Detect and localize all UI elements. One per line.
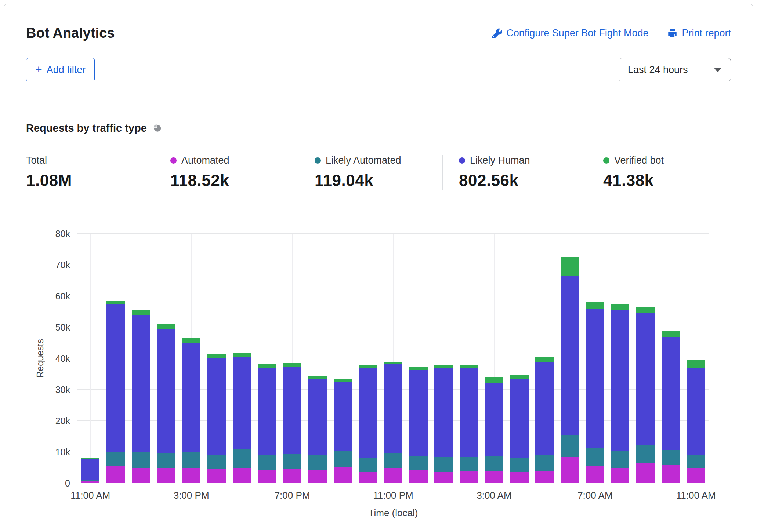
segment-likely-human[interactable] (434, 368, 453, 457)
bar-8[interactable] (283, 234, 301, 483)
segment-verified-bot[interactable] (485, 377, 503, 383)
bar-1[interactable] (106, 234, 125, 483)
bar-7[interactable] (258, 234, 276, 483)
segment-verified-bot[interactable] (434, 365, 453, 368)
segment-likely-automated[interactable] (384, 453, 402, 468)
segment-likely-human[interactable] (283, 367, 301, 454)
segment-likely-human[interactable] (233, 357, 251, 449)
segment-verified-bot[interactable] (460, 365, 478, 368)
segment-verified-bot[interactable] (687, 360, 705, 368)
segment-automated[interactable] (384, 468, 402, 483)
stat-likely-human[interactable]: Likely Human 802.56k (442, 155, 587, 190)
segment-likely-human[interactable] (207, 358, 226, 455)
bar-16[interactable] (485, 234, 503, 483)
segment-automated[interactable] (535, 471, 554, 483)
stat-automated[interactable]: Automated 118.52k (154, 155, 298, 190)
segment-verified-bot[interactable] (334, 379, 352, 382)
segment-automated[interactable] (207, 469, 226, 483)
segment-automated[interactable] (334, 467, 352, 483)
segment-likely-automated[interactable] (662, 450, 680, 465)
segment-likely-automated[interactable] (359, 458, 377, 472)
segment-automated[interactable] (485, 471, 503, 483)
add-filter-button[interactable]: + Add filter (26, 58, 95, 81)
bar-10[interactable] (334, 234, 352, 483)
segment-verified-bot[interactable] (258, 364, 276, 368)
bar-13[interactable] (409, 234, 428, 483)
segment-automated[interactable] (611, 468, 629, 483)
segment-likely-automated[interactable] (687, 455, 705, 469)
segment-automated[interactable] (687, 468, 705, 483)
segment-likely-automated[interactable] (106, 452, 125, 466)
bar-2[interactable] (132, 234, 150, 483)
segment-verified-bot[interactable] (283, 363, 301, 367)
segment-likely-automated[interactable] (409, 456, 428, 470)
segment-automated[interactable] (81, 481, 99, 483)
segment-likely-human[interactable] (157, 329, 175, 453)
segment-likely-automated[interactable] (308, 455, 327, 470)
segment-likely-human[interactable] (384, 364, 402, 453)
segment-likely-human[interactable] (687, 368, 705, 455)
segment-likely-automated[interactable] (132, 452, 150, 468)
segment-likely-automated[interactable] (535, 455, 554, 471)
segment-verified-bot[interactable] (535, 357, 554, 362)
segment-automated[interactable] (182, 468, 200, 484)
segment-verified-bot[interactable] (409, 367, 428, 370)
segment-automated[interactable] (561, 457, 579, 483)
bar-4[interactable] (182, 234, 200, 483)
segment-verified-bot[interactable] (510, 375, 529, 379)
bar-19[interactable] (561, 234, 579, 483)
segment-likely-automated[interactable] (334, 451, 352, 467)
segment-automated[interactable] (106, 466, 125, 483)
bar-12[interactable] (384, 234, 402, 483)
segment-likely-automated[interactable] (157, 453, 175, 467)
segment-verified-bot[interactable] (132, 310, 150, 315)
bar-14[interactable] (434, 234, 453, 483)
segment-verified-bot[interactable] (662, 331, 680, 337)
bar-17[interactable] (510, 234, 529, 483)
bar-3[interactable] (157, 234, 175, 483)
segment-verified-bot[interactable] (308, 376, 327, 379)
segment-likely-human[interactable] (636, 313, 655, 445)
bar-18[interactable] (535, 234, 554, 483)
segment-likely-automated[interactable] (561, 435, 579, 457)
segment-automated[interactable] (283, 469, 301, 483)
print-report-link[interactable]: Print report (667, 28, 731, 39)
segment-likely-human[interactable] (611, 310, 629, 451)
segment-likely-human[interactable] (308, 379, 327, 455)
segment-likely-automated[interactable] (611, 451, 629, 468)
segment-likely-automated[interactable] (460, 457, 478, 471)
segment-automated[interactable] (434, 472, 453, 483)
bar-15[interactable] (460, 234, 478, 483)
segment-likely-human[interactable] (485, 383, 503, 456)
segment-likely-automated[interactable] (182, 452, 200, 468)
bar-9[interactable] (308, 234, 327, 483)
stat-likely-automated[interactable]: Likely Automated 119.04k (298, 155, 442, 190)
segment-verified-bot[interactable] (561, 257, 579, 276)
segment-automated[interactable] (636, 463, 655, 483)
bar-11[interactable] (359, 234, 377, 483)
bar-5[interactable] (207, 234, 226, 483)
bar-23[interactable] (662, 234, 680, 483)
bar-24[interactable] (687, 234, 705, 483)
segment-likely-automated[interactable] (233, 449, 251, 468)
segment-verified-bot[interactable] (359, 365, 377, 369)
segment-verified-bot[interactable] (586, 302, 604, 309)
segment-automated[interactable] (308, 470, 327, 483)
bar-6[interactable] (233, 234, 251, 483)
segment-verified-bot[interactable] (384, 362, 402, 364)
segment-likely-human[interactable] (561, 276, 579, 435)
segment-automated[interactable] (510, 472, 529, 483)
segment-likely-automated[interactable] (636, 445, 655, 463)
segment-verified-bot[interactable] (636, 307, 655, 313)
segment-likely-human[interactable] (409, 370, 428, 456)
stat-verified-bot[interactable]: Verified bot 41.38k (587, 155, 731, 190)
segment-verified-bot[interactable] (207, 354, 226, 358)
segment-likely-automated[interactable] (258, 455, 276, 470)
segment-verified-bot[interactable] (233, 353, 251, 358)
bar-20[interactable] (586, 234, 604, 483)
segment-automated[interactable] (662, 465, 680, 483)
bar-22[interactable] (636, 234, 655, 483)
segment-likely-human[interactable] (510, 379, 529, 458)
segment-likely-human[interactable] (258, 368, 276, 455)
segment-likely-human[interactable] (132, 315, 150, 452)
